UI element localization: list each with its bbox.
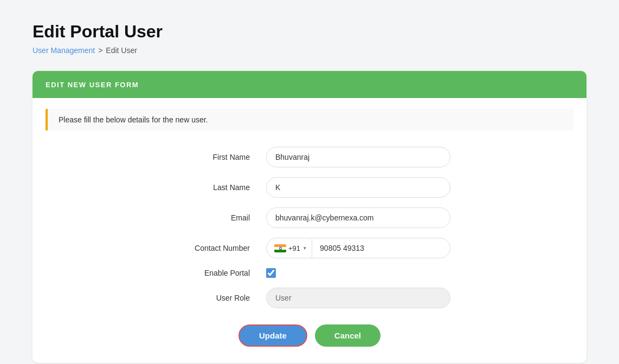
form-notice-text: Please fill the below details for the ne…	[59, 115, 208, 124]
first-name-row: First Name	[46, 147, 573, 167]
page-wrapper: Edit Portal User User Management > Edit …	[0, 0, 619, 364]
chevron-down-icon: ▾	[304, 245, 306, 251]
user-role-label: User Role	[169, 294, 266, 302]
form-actions: Update Cancel	[46, 324, 573, 347]
last-name-row: Last Name	[46, 177, 573, 198]
email-row: Email	[46, 207, 573, 228]
user-role-input	[266, 288, 450, 308]
breadcrumb-current: Edit User	[106, 46, 137, 55]
enable-portal-row: Enable Portal	[46, 268, 573, 278]
first-name-label: First Name	[169, 153, 266, 161]
first-name-input[interactable]	[266, 147, 450, 167]
breadcrumb: User Management > Edit User	[33, 46, 586, 55]
form-card: EDIT NEW USER FORM Please fill the below…	[33, 71, 586, 363]
checkbox-wrapper	[266, 268, 450, 278]
cancel-button[interactable]: Cancel	[315, 324, 381, 347]
email-label: Email	[169, 213, 266, 222]
enable-portal-checkbox[interactable]	[266, 268, 276, 278]
contact-number-row: Contact Number +91 ▾	[46, 238, 573, 258]
user-role-row: User Role	[46, 288, 573, 308]
form-header: EDIT NEW USER FORM	[33, 71, 586, 98]
form-header-title: EDIT NEW USER FORM	[46, 81, 139, 89]
last-name-label: Last Name	[169, 183, 266, 192]
phone-country-selector[interactable]: +91 ▾	[267, 239, 312, 258]
update-button[interactable]: Update	[238, 324, 307, 347]
last-name-input[interactable]	[266, 177, 450, 198]
breadcrumb-link[interactable]: User Management	[33, 46, 95, 55]
email-input[interactable]	[266, 207, 450, 228]
form-notice: Please fill the below details for the ne…	[46, 109, 573, 131]
phone-code: +91	[288, 244, 300, 252]
page-title: Edit Portal User	[33, 22, 586, 42]
phone-number-input[interactable]	[312, 238, 450, 258]
phone-wrapper: +91 ▾	[266, 238, 450, 258]
enable-portal-label: Enable Portal	[169, 269, 266, 277]
breadcrumb-separator: >	[98, 46, 102, 55]
form-body: First Name Last Name Email Contact Numbe…	[33, 141, 586, 363]
contact-number-label: Contact Number	[169, 244, 266, 252]
india-flag-icon	[274, 244, 286, 252]
